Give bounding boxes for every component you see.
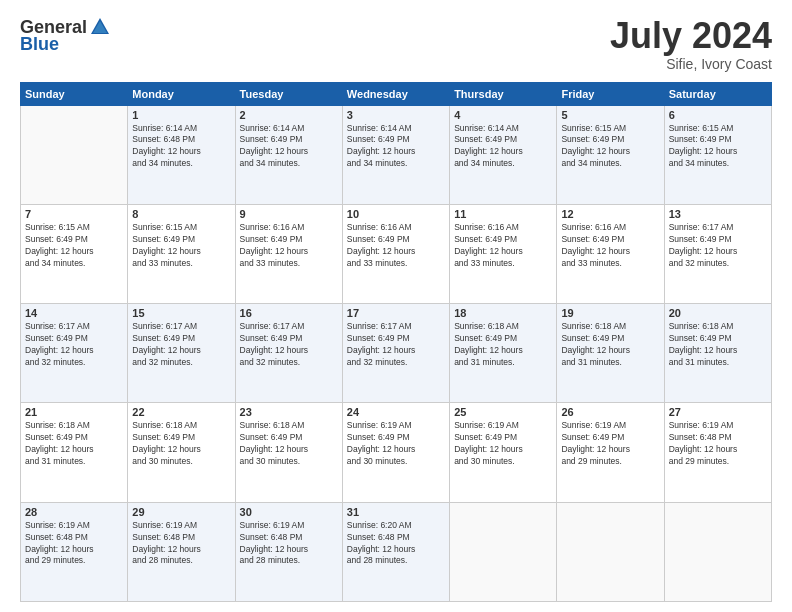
table-row: 14Sunrise: 6:17 AM Sunset: 6:49 PM Dayli…	[21, 304, 128, 403]
table-row	[21, 105, 128, 204]
day-info: Sunrise: 6:18 AM Sunset: 6:49 PM Dayligh…	[25, 420, 123, 468]
col-sunday: Sunday	[21, 82, 128, 105]
day-info: Sunrise: 6:16 AM Sunset: 6:49 PM Dayligh…	[561, 222, 659, 270]
table-row: 23Sunrise: 6:18 AM Sunset: 6:49 PM Dayli…	[235, 403, 342, 502]
day-number: 30	[240, 506, 338, 518]
page: General Blue July 2024 Sifie, Ivory Coas…	[0, 0, 792, 612]
day-number: 11	[454, 208, 552, 220]
day-info: Sunrise: 6:19 AM Sunset: 6:49 PM Dayligh…	[454, 420, 552, 468]
table-row	[450, 502, 557, 601]
calendar-week-row: 14Sunrise: 6:17 AM Sunset: 6:49 PM Dayli…	[21, 304, 772, 403]
header: General Blue July 2024 Sifie, Ivory Coas…	[20, 16, 772, 72]
table-row: 5Sunrise: 6:15 AM Sunset: 6:49 PM Daylig…	[557, 105, 664, 204]
day-number: 16	[240, 307, 338, 319]
day-number: 2	[240, 109, 338, 121]
col-thursday: Thursday	[450, 82, 557, 105]
day-info: Sunrise: 6:17 AM Sunset: 6:49 PM Dayligh…	[132, 321, 230, 369]
table-row: 27Sunrise: 6:19 AM Sunset: 6:48 PM Dayli…	[664, 403, 771, 502]
day-info: Sunrise: 6:15 AM Sunset: 6:49 PM Dayligh…	[669, 123, 767, 171]
table-row	[664, 502, 771, 601]
day-info: Sunrise: 6:19 AM Sunset: 6:48 PM Dayligh…	[25, 520, 123, 568]
day-number: 14	[25, 307, 123, 319]
calendar-week-row: 21Sunrise: 6:18 AM Sunset: 6:49 PM Dayli…	[21, 403, 772, 502]
day-info: Sunrise: 6:19 AM Sunset: 6:48 PM Dayligh…	[669, 420, 767, 468]
day-number: 5	[561, 109, 659, 121]
day-info: Sunrise: 6:16 AM Sunset: 6:49 PM Dayligh…	[347, 222, 445, 270]
col-friday: Friday	[557, 82, 664, 105]
table-row: 28Sunrise: 6:19 AM Sunset: 6:48 PM Dayli…	[21, 502, 128, 601]
day-number: 23	[240, 406, 338, 418]
table-row: 4Sunrise: 6:14 AM Sunset: 6:49 PM Daylig…	[450, 105, 557, 204]
table-row: 9Sunrise: 6:16 AM Sunset: 6:49 PM Daylig…	[235, 204, 342, 303]
day-number: 22	[132, 406, 230, 418]
calendar-week-row: 28Sunrise: 6:19 AM Sunset: 6:48 PM Dayli…	[21, 502, 772, 601]
logo-icon	[89, 16, 111, 38]
day-info: Sunrise: 6:19 AM Sunset: 6:48 PM Dayligh…	[240, 520, 338, 568]
day-info: Sunrise: 6:15 AM Sunset: 6:49 PM Dayligh…	[561, 123, 659, 171]
table-row: 31Sunrise: 6:20 AM Sunset: 6:48 PM Dayli…	[342, 502, 449, 601]
table-row: 19Sunrise: 6:18 AM Sunset: 6:49 PM Dayli…	[557, 304, 664, 403]
day-number: 15	[132, 307, 230, 319]
day-info: Sunrise: 6:19 AM Sunset: 6:49 PM Dayligh…	[347, 420, 445, 468]
day-info: Sunrise: 6:19 AM Sunset: 6:48 PM Dayligh…	[132, 520, 230, 568]
table-row: 18Sunrise: 6:18 AM Sunset: 6:49 PM Dayli…	[450, 304, 557, 403]
table-row: 15Sunrise: 6:17 AM Sunset: 6:49 PM Dayli…	[128, 304, 235, 403]
calendar-week-row: 7Sunrise: 6:15 AM Sunset: 6:49 PM Daylig…	[21, 204, 772, 303]
day-number: 3	[347, 109, 445, 121]
day-info: Sunrise: 6:19 AM Sunset: 6:49 PM Dayligh…	[561, 420, 659, 468]
table-row: 21Sunrise: 6:18 AM Sunset: 6:49 PM Dayli…	[21, 403, 128, 502]
day-number: 10	[347, 208, 445, 220]
day-info: Sunrise: 6:14 AM Sunset: 6:49 PM Dayligh…	[347, 123, 445, 171]
day-number: 21	[25, 406, 123, 418]
table-row: 16Sunrise: 6:17 AM Sunset: 6:49 PM Dayli…	[235, 304, 342, 403]
day-number: 26	[561, 406, 659, 418]
table-row: 2Sunrise: 6:14 AM Sunset: 6:49 PM Daylig…	[235, 105, 342, 204]
col-monday: Monday	[128, 82, 235, 105]
day-info: Sunrise: 6:17 AM Sunset: 6:49 PM Dayligh…	[347, 321, 445, 369]
day-number: 24	[347, 406, 445, 418]
day-number: 9	[240, 208, 338, 220]
day-info: Sunrise: 6:14 AM Sunset: 6:48 PM Dayligh…	[132, 123, 230, 171]
col-saturday: Saturday	[664, 82, 771, 105]
day-number: 8	[132, 208, 230, 220]
day-number: 28	[25, 506, 123, 518]
month-title: July 2024	[610, 16, 772, 56]
title-area: July 2024 Sifie, Ivory Coast	[610, 16, 772, 72]
table-row: 12Sunrise: 6:16 AM Sunset: 6:49 PM Dayli…	[557, 204, 664, 303]
logo-blue: Blue	[20, 34, 59, 55]
day-info: Sunrise: 6:16 AM Sunset: 6:49 PM Dayligh…	[240, 222, 338, 270]
day-info: Sunrise: 6:14 AM Sunset: 6:49 PM Dayligh…	[240, 123, 338, 171]
day-number: 13	[669, 208, 767, 220]
day-info: Sunrise: 6:20 AM Sunset: 6:48 PM Dayligh…	[347, 520, 445, 568]
day-number: 12	[561, 208, 659, 220]
table-row	[557, 502, 664, 601]
table-row: 25Sunrise: 6:19 AM Sunset: 6:49 PM Dayli…	[450, 403, 557, 502]
day-number: 1	[132, 109, 230, 121]
day-info: Sunrise: 6:18 AM Sunset: 6:49 PM Dayligh…	[669, 321, 767, 369]
day-number: 19	[561, 307, 659, 319]
day-info: Sunrise: 6:15 AM Sunset: 6:49 PM Dayligh…	[25, 222, 123, 270]
day-info: Sunrise: 6:15 AM Sunset: 6:49 PM Dayligh…	[132, 222, 230, 270]
col-tuesday: Tuesday	[235, 82, 342, 105]
day-number: 27	[669, 406, 767, 418]
table-row: 10Sunrise: 6:16 AM Sunset: 6:49 PM Dayli…	[342, 204, 449, 303]
table-row: 29Sunrise: 6:19 AM Sunset: 6:48 PM Dayli…	[128, 502, 235, 601]
day-number: 17	[347, 307, 445, 319]
table-row: 26Sunrise: 6:19 AM Sunset: 6:49 PM Dayli…	[557, 403, 664, 502]
day-info: Sunrise: 6:17 AM Sunset: 6:49 PM Dayligh…	[25, 321, 123, 369]
location-subtitle: Sifie, Ivory Coast	[610, 56, 772, 72]
day-number: 4	[454, 109, 552, 121]
table-row: 13Sunrise: 6:17 AM Sunset: 6:49 PM Dayli…	[664, 204, 771, 303]
day-info: Sunrise: 6:17 AM Sunset: 6:49 PM Dayligh…	[240, 321, 338, 369]
day-info: Sunrise: 6:18 AM Sunset: 6:49 PM Dayligh…	[561, 321, 659, 369]
col-wednesday: Wednesday	[342, 82, 449, 105]
day-info: Sunrise: 6:17 AM Sunset: 6:49 PM Dayligh…	[669, 222, 767, 270]
table-row: 7Sunrise: 6:15 AM Sunset: 6:49 PM Daylig…	[21, 204, 128, 303]
day-number: 7	[25, 208, 123, 220]
day-number: 31	[347, 506, 445, 518]
table-row: 17Sunrise: 6:17 AM Sunset: 6:49 PM Dayli…	[342, 304, 449, 403]
day-info: Sunrise: 6:16 AM Sunset: 6:49 PM Dayligh…	[454, 222, 552, 270]
table-row: 30Sunrise: 6:19 AM Sunset: 6:48 PM Dayli…	[235, 502, 342, 601]
table-row: 6Sunrise: 6:15 AM Sunset: 6:49 PM Daylig…	[664, 105, 771, 204]
table-row: 24Sunrise: 6:19 AM Sunset: 6:49 PM Dayli…	[342, 403, 449, 502]
